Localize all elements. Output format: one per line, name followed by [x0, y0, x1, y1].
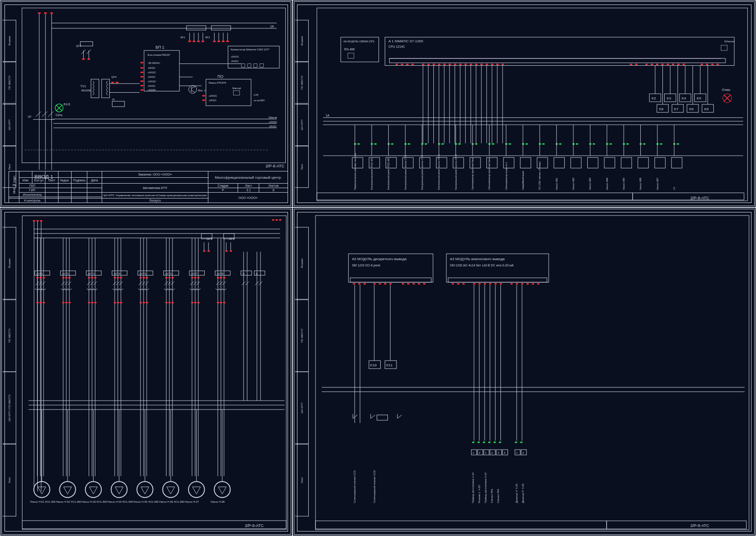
- svg-rect-320: [272, 219, 274, 221]
- svg-text:Сигнализатор протечки бака: Сигнализатор протечки бака: [488, 158, 490, 189]
- svg-text:Привод рег.клапана 2-24: Привод рег.клапана 2-24: [484, 472, 487, 503]
- svg-rect-464: [353, 283, 355, 284]
- autocad-model-view: Формат ПО МЕСТУ ШУ-ИТП Лист 2/Р-8-АТС: [0, 0, 756, 536]
- svg-rect-250: [488, 143, 490, 144]
- svg-text:Отказ: Отказ: [722, 88, 730, 91]
- svg-text:Насос Н.05  ХО1-300: Насос Н.05 ХО1-300: [133, 500, 159, 503]
- svg-rect-345: [36, 302, 39, 303]
- svg-text:-24VDC: -24VDC: [148, 76, 156, 78]
- svg-rect-103: [234, 91, 240, 95]
- svg-rect-286: [610, 143, 612, 144]
- svg-rect-520: [472, 441, 474, 443]
- svg-rect-251: [492, 143, 494, 144]
- svg-text:3: 3: [498, 451, 500, 454]
- svg-text:K7: K7: [674, 107, 679, 111]
- svg-rect-521: [477, 441, 480, 443]
- svg-rect-399: [165, 277, 167, 279]
- svg-rect-62: [140, 90, 143, 91]
- svg-rect-545: [315, 521, 607, 529]
- svg-rect-338: [22, 521, 286, 529]
- svg-point-450: [163, 482, 179, 498]
- svg-rect-349: [43, 302, 45, 303]
- schematic-svg-3: SF5 SF6 АУТ1АУТ2АУТ3АУТ4АУТ5АУТ6АУТ7АУТ8…: [2, 209, 291, 534]
- svg-rect-61: [140, 85, 143, 86]
- svg-rect-312: [36, 220, 39, 221]
- svg-rect-28: [87, 59, 90, 60]
- svg-rect-402: [168, 302, 171, 303]
- svg-text:3: 3: [504, 451, 506, 454]
- svg-text:АУТ6: АУТ6: [165, 272, 172, 275]
- svg-text:-24VDC: -24VDC: [231, 60, 239, 63]
- svg-rect-81: [213, 41, 216, 42]
- svg-rect-348: [43, 277, 45, 279]
- svg-rect-310: [22, 216, 286, 529]
- svg-text:E: E: [256, 272, 258, 275]
- drawing-sheet-2[interactable]: ФорматПО МЕСТУШУ-ИТПЛист 2/Р-8-АТС А6 МО…: [292, 0, 756, 207]
- svg-text:K8: K8: [689, 107, 694, 111]
- svg-rect-150: [662, 64, 664, 65]
- svg-rect-41: [116, 82, 118, 83]
- svg-text:Соленоидный клапан СО1: Соленоидный клапан СО1: [353, 470, 356, 503]
- svg-rect-400: [165, 302, 167, 303]
- svg-rect-281: [593, 143, 595, 144]
- svg-rect-134: [449, 64, 451, 65]
- drawing-sheet-3[interactable]: ФорматПО МЕСТУШУ-ИТП / ПО МЕСТУЛист 2/Р-…: [0, 207, 292, 536]
- svg-rect-324: [203, 250, 205, 252]
- svg-text:Контрольное реле насоса ХФ-2: Контрольное реле насоса ХФ-2: [454, 154, 457, 190]
- svg-rect-544: [607, 521, 747, 529]
- svg-rect-321: [275, 219, 278, 221]
- svg-text:А6 МОДУЛЬ СВЯЗИ (ПП): А6 МОДУЛЬ СВЯЗИ (ПП): [343, 40, 374, 43]
- svg-rect-293: [621, 158, 632, 168]
- svg-rect-411: [191, 302, 194, 303]
- svg-text:Насос Н04: Насос Н04: [606, 178, 608, 190]
- svg-text:2: 2: [491, 451, 493, 454]
- svg-rect-152: [672, 64, 674, 65]
- svg-rect-423: [220, 277, 222, 279]
- svg-point-441: [86, 482, 102, 498]
- svg-rect-129: [422, 64, 424, 65]
- svg-rect-56: [140, 62, 143, 63]
- svg-rect-123: [389, 59, 725, 63]
- svg-rect-367: [88, 302, 90, 303]
- drawing-sheet-4[interactable]: ФорматПО МЕСТУШУ-ИТПЛист 2/Р-8-АТС A2 МО…: [292, 207, 756, 536]
- svg-rect-283: [588, 158, 598, 168]
- svg-rect-295: [639, 143, 642, 144]
- svg-text:K9: K9: [704, 107, 709, 111]
- drawing-sheet-1[interactable]: Формат ПО МЕСТУ ШУ-ИТП Лист 2/Р-8-АТС: [0, 0, 292, 207]
- svg-rect-240: [455, 143, 457, 144]
- svg-rect-491: [521, 283, 523, 284]
- svg-text:Блок питания РМ1207: Блок питания РМ1207: [148, 54, 171, 56]
- svg-rect-465: [358, 283, 360, 284]
- svg-text:-24VDC: -24VDC: [269, 126, 277, 128]
- svg-point-444: [111, 482, 127, 498]
- svg-rect-71: [188, 41, 191, 42]
- svg-rect-135: [454, 64, 456, 65]
- svg-rect-132: [438, 64, 440, 65]
- svg-text:Насос Н.07: Насос Н.07: [185, 500, 199, 503]
- svg-rect-131: [433, 64, 435, 65]
- svg-rect-391: [143, 302, 145, 303]
- svg-text:Коммутатор Ethernet CSM 1277: Коммутатор Ethernet CSM 1277: [231, 48, 270, 51]
- svg-rect-344: [36, 277, 39, 279]
- title-block: Инв.№ подл. Заказчик: ООО «ООО» Многофун…: [9, 171, 288, 203]
- svg-text:SM 1222 DO 8 реле: SM 1222 DO 8 реле: [352, 264, 380, 267]
- svg-rect-296: [643, 143, 645, 144]
- svg-rect-136: [459, 64, 462, 65]
- svg-rect-2: [44, 13, 47, 14]
- svg-rect-470: [389, 283, 392, 284]
- svg-text:SF6: SF6: [229, 237, 235, 240]
- svg-rect-330: [225, 250, 228, 252]
- svg-rect-421: [217, 277, 219, 279]
- schematic-svg-4: A2 МОДУЛЬ дискретного вывода SM 1222 DO …: [294, 209, 754, 534]
- svg-rect-118: [385, 37, 734, 66]
- svg-rect-146: [635, 64, 638, 65]
- svg-rect-27: [82, 59, 85, 60]
- svg-rect-246: [475, 143, 477, 144]
- svg-rect-377: [114, 277, 116, 279]
- svg-text:+24VDC: +24VDC: [148, 89, 156, 91]
- svg-rect-148: [651, 64, 653, 65]
- svg-text:Насос Н05: Насос Н05: [622, 178, 625, 190]
- svg-text:1A: 1A: [326, 114, 330, 117]
- svg-rect-459: [315, 216, 749, 530]
- svg-text:Насос Н07: Насос Н07: [656, 178, 659, 190]
